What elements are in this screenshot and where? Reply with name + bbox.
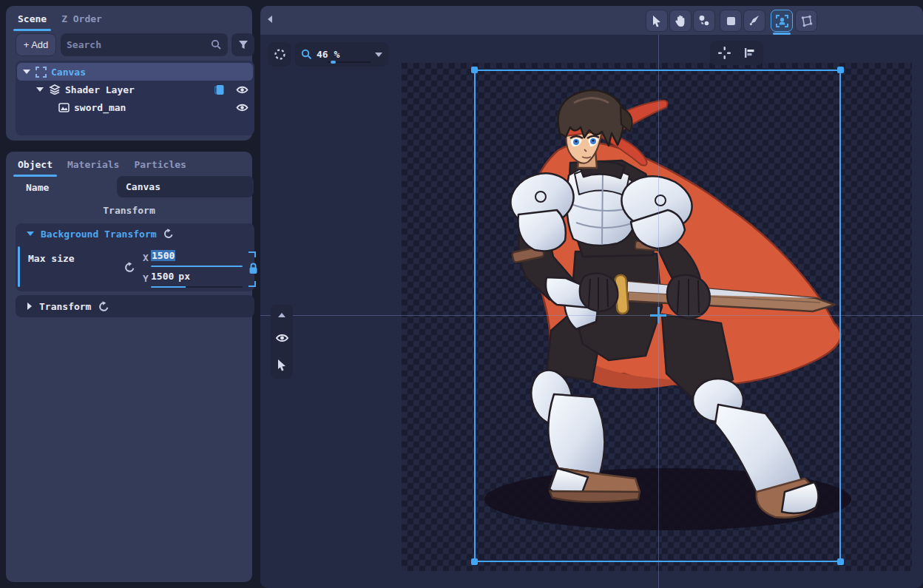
search-icon — [211, 39, 222, 50]
selection-handle-bottom-left[interactable] — [471, 558, 478, 565]
name-label: Name — [26, 182, 49, 193]
collapse-up-icon[interactable] — [278, 313, 285, 317]
scene-panel: Scene Z Order + Add — [6, 6, 252, 141]
object-tabs: Object Materials Particles — [6, 152, 252, 177]
app-window: Scene Z Order + Add — [0, 0, 923, 588]
background-transform-group: Background Transform Max size X 1500 Y 1… — [16, 223, 254, 291]
tab-particles-label: Particles — [134, 159, 186, 170]
visibility-icon[interactable] — [275, 333, 289, 343]
name-input[interactable] — [117, 176, 254, 197]
transform-section-title: Transform — [6, 205, 252, 216]
canvas-viewport[interactable]: 46 % — [260, 35, 923, 588]
chevron-down-icon[interactable] — [36, 87, 44, 92]
select-tool-button[interactable] — [646, 10, 668, 32]
selection-handle-top-right[interactable] — [837, 67, 844, 73]
tree-row-sword-man[interactable]: sword_man — [17, 98, 253, 116]
y-axis-label: Y — [143, 273, 149, 284]
search-input[interactable] — [67, 39, 211, 50]
scene-tree: Canvas Shader Layer — [16, 61, 254, 135]
y-field-underline — [151, 286, 243, 288]
tab-materials[interactable]: Materials — [60, 152, 126, 177]
chevron-down-icon[interactable] — [375, 53, 382, 57]
chevron-down-icon[interactable] — [23, 70, 30, 74]
tree-label-shader-layer: Shader Layer — [65, 84, 135, 95]
move-origin-icon[interactable] — [718, 47, 731, 59]
tree-label-sword-man: sword_man — [74, 102, 126, 113]
center-view-icon — [274, 48, 286, 61]
cursor-icon — [652, 15, 663, 27]
tab-object-label: Object — [18, 159, 53, 170]
zoom-widget[interactable]: 46 % — [295, 42, 388, 67]
tab-scene[interactable]: Scene — [10, 6, 54, 31]
reset-icon[interactable] — [124, 262, 135, 273]
viewport-toolbar — [260, 6, 923, 35]
x-value-field[interactable]: 1500 — [151, 250, 243, 265]
tree-row-canvas[interactable]: Canvas — [17, 63, 253, 81]
lattice-tool-button[interactable] — [795, 10, 817, 32]
y-value: 1500 — [151, 271, 174, 282]
hand-icon — [674, 15, 686, 27]
search-box[interactable] — [61, 33, 228, 56]
zoom-value[interactable]: 46 % — [317, 49, 339, 60]
layers-icon — [49, 84, 61, 95]
tab-materials-label: Materials — [67, 159, 119, 170]
shader-scroll-icon[interactable] — [214, 84, 224, 95]
link-xy-widget[interactable] — [246, 251, 256, 287]
scene-tabs: Scene Z Order — [6, 6, 252, 31]
zoom-icon — [301, 49, 312, 60]
visibility-icon[interactable] — [236, 103, 248, 112]
filter-icon — [238, 40, 248, 50]
background-transform-title: Background Transform — [41, 229, 157, 240]
canvas-frame-icon — [36, 67, 47, 78]
zoom-slider-thumb[interactable] — [331, 61, 336, 64]
chevron-right-icon — [27, 303, 32, 310]
selection-handle-top-left[interactable] — [471, 67, 478, 73]
x-value: 1500 — [151, 250, 175, 261]
collapse-left-icon[interactable] — [268, 16, 272, 23]
align-widget — [710, 41, 763, 65]
x-field-underline — [151, 266, 243, 267]
viewport-region: 46 % — [260, 6, 923, 588]
frame-select-tool-button[interactable] — [771, 10, 793, 32]
brush-tool-button[interactable] — [743, 10, 765, 32]
tree-row-shader-layer[interactable]: Shader Layer — [17, 81, 253, 98]
lock-icon[interactable] — [248, 263, 258, 274]
pivot-tool-button[interactable] — [693, 10, 715, 32]
link-bracket-top — [248, 251, 256, 257]
object-panel: Object Materials Particles Name Transfor… — [6, 152, 252, 582]
pan-tool-button[interactable] — [669, 10, 692, 32]
transform-collapsed-row[interactable]: Transform — [16, 295, 254, 317]
tab-z-order[interactable]: Z Order — [54, 6, 109, 31]
center-view-button[interactable] — [268, 42, 291, 67]
frame-select-icon — [776, 15, 788, 27]
y-unit: px — [178, 271, 190, 282]
rect-icon — [726, 16, 736, 26]
tab-scene-label: Scene — [18, 13, 47, 24]
align-flag-icon[interactable] — [744, 47, 755, 58]
link-bracket-bottom — [248, 281, 256, 287]
rect-tool-button[interactable] — [720, 10, 742, 32]
side-tool-strip — [271, 305, 293, 379]
filter-button[interactable] — [231, 33, 254, 56]
chevron-down-icon[interactable] — [27, 232, 34, 236]
reset-icon[interactable] — [98, 301, 109, 312]
max-size-label: Max size — [28, 253, 75, 264]
selection-handle-bottom-right[interactable] — [837, 558, 844, 565]
tab-z-order-label: Z Order — [61, 13, 102, 24]
group-accent-bar — [18, 246, 20, 287]
reset-icon[interactable] — [163, 229, 174, 239]
visibility-icon[interactable] — [236, 85, 248, 95]
x-axis-label: X — [143, 252, 149, 263]
y-value-field[interactable]: 1500px — [151, 271, 243, 285]
background-transform-header[interactable]: Background Transform — [16, 223, 254, 244]
brush-icon — [748, 15, 760, 27]
tab-particles[interactable]: Particles — [126, 152, 193, 177]
zoom-slider[interactable] — [328, 61, 371, 63]
tree-label-canvas: Canvas — [51, 67, 86, 78]
add-button[interactable]: + Add — [16, 33, 56, 56]
lattice-icon — [800, 15, 813, 27]
cursor-icon[interactable] — [277, 359, 288, 371]
image-icon — [58, 103, 70, 112]
transform-row-title: Transform — [39, 301, 91, 312]
tab-object[interactable]: Object — [10, 152, 60, 177]
